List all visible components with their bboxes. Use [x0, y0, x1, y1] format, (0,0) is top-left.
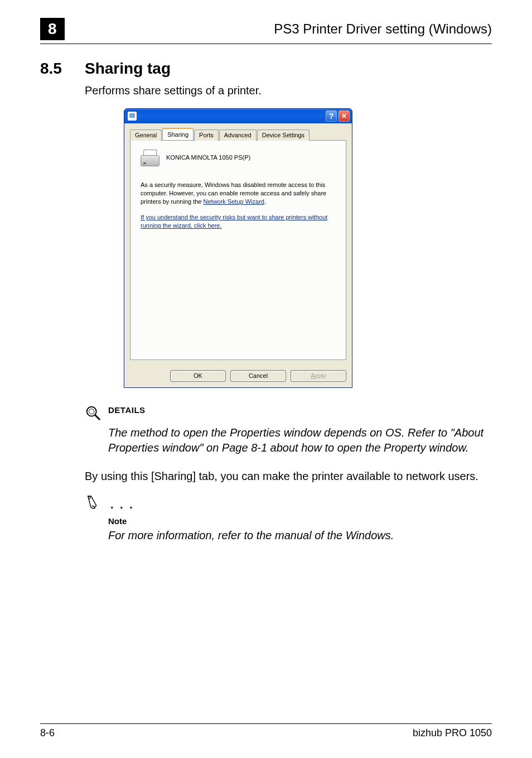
product-name: bizhub PRO 1050 — [413, 727, 492, 739]
cancel-button[interactable]: Cancel — [230, 370, 286, 382]
tab-panel-sharing: KONICA MINOLTA 1050 PS(P) As a security … — [130, 140, 346, 360]
section-number: 8.5 — [40, 60, 85, 78]
printer-app-icon — [128, 112, 137, 121]
dialog-tabs: General Sharing Ports Advanced Device Se… — [130, 128, 346, 140]
printer-name-label: KONICA MINOLTA 1050 PS(P) — [166, 153, 250, 162]
tab-sharing[interactable]: Sharing — [162, 128, 194, 140]
printer-icon — [141, 150, 158, 166]
details-text: The method to open the Properties window… — [108, 425, 492, 455]
close-icon: ✕ — [341, 113, 347, 119]
tab-device-settings[interactable]: Device Settings — [257, 129, 309, 141]
page-number: 8-6 — [40, 727, 55, 739]
section-intro-text: Performs share settings of a printer. — [85, 83, 492, 98]
dialog-titlebar[interactable]: ? ✕ — [124, 109, 352, 123]
printer-properties-dialog: ? ✕ General Sharing Ports Advanced Devic… — [124, 108, 352, 388]
ellipsis-icon: . . . — [110, 497, 134, 512]
section-title: Sharing tag — [85, 60, 171, 78]
magnifier-icon — [85, 405, 104, 425]
svg-line-2 — [95, 415, 100, 419]
page-footer: 8-6 bizhub PRO 1050 — [40, 723, 492, 739]
tab-advanced[interactable]: Advanced — [219, 129, 257, 141]
dialog-button-row: OK Cancel Apply — [124, 366, 352, 387]
security-message-text-b: . — [264, 198, 266, 205]
section-heading: 8.5 Sharing tag — [40, 60, 492, 78]
close-button[interactable]: ✕ — [338, 111, 350, 122]
svg-point-3 — [89, 496, 91, 498]
network-setup-wizard-link[interactable]: Network Setup Wizard — [204, 198, 264, 205]
apply-button[interactable]: Apply — [291, 370, 346, 382]
chapter-number-badge: 8 — [40, 18, 65, 40]
apply-accelerator: A — [311, 372, 315, 379]
page-header: 8 PS3 Printer Driver setting (Windows) — [40, 18, 492, 44]
note-callout: . . . — [85, 494, 492, 515]
details-callout: DETAILS — [85, 405, 492, 425]
note-text: For more information, refer to the manua… — [108, 528, 492, 543]
help-button[interactable]: ? — [326, 111, 337, 122]
note-label: Note — [108, 516, 492, 527]
security-message: As a security measure, Windows has disab… — [141, 181, 336, 206]
svg-point-1 — [89, 409, 94, 414]
body-paragraph: By using this [Sharing] tab, you can mak… — [85, 469, 492, 484]
apply-label-rest: pply — [315, 372, 326, 379]
tab-general[interactable]: General — [130, 129, 162, 141]
chapter-title: PS3 Printer Driver setting (Windows) — [76, 21, 492, 37]
pen-icon — [85, 494, 104, 515]
ok-button[interactable]: OK — [170, 370, 226, 382]
question-icon: ? — [329, 112, 334, 120]
share-without-wizard-link[interactable]: If you understand the security risks but… — [141, 214, 327, 229]
tab-ports[interactable]: Ports — [194, 129, 219, 141]
details-label: DETAILS — [108, 405, 146, 416]
